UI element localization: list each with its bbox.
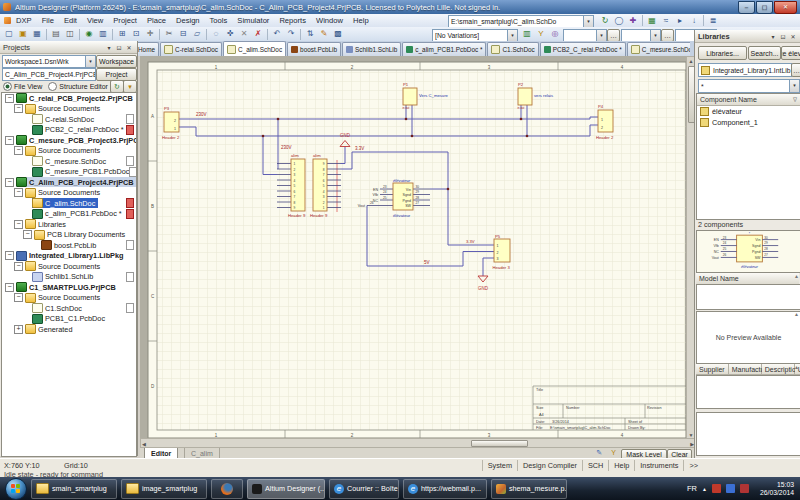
tab-pcb2-c-relai-pcbdoc[interactable]: PCB2_C_relai.PcbDoc * <box>540 42 626 56</box>
download-icon[interactable]: ↓ <box>687 15 701 27</box>
tab-c1-schdoc[interactable]: C1.SchDoc <box>487 42 538 56</box>
navigate-compare-icon[interactable]: ⇅ <box>303 28 317 40</box>
chevron-down-icon[interactable]: ▾ <box>85 56 95 67</box>
component-row-elevateur[interactable]: élévateur <box>697 106 800 117</box>
horizontal-scroll-thumb[interactable] <box>471 440 528 447</box>
browse-components-icon[interactable]: ▥ <box>96 28 110 40</box>
tree-label[interactable]: C1.SchDoc <box>45 304 82 313</box>
taskbar-paint[interactable]: shema_mesure.p... <box>491 479 567 499</box>
menu-tools[interactable]: Tools <box>205 16 233 25</box>
tree-label[interactable]: boost.PcbLib <box>54 241 96 250</box>
library-select-combo[interactable]: Integrated_Library1.IntLib [Co ▾ <box>698 63 792 77</box>
tree-label[interactable]: Source Documents <box>38 104 100 113</box>
minimize-button[interactable]: – <box>738 1 755 14</box>
tree-row[interactable]: C1.SchDoc <box>2 303 136 314</box>
panel-pin-icon[interactable]: ⊡ <box>778 33 788 40</box>
component-p2-vers-relais[interactable] <box>518 88 532 105</box>
workspace-button[interactable]: Workspace <box>96 55 137 68</box>
variations-combo[interactable]: [No Variations] ▾ <box>432 29 518 42</box>
tree-row[interactable]: PCB2_C_relai.PcbDoc * <box>2 125 136 136</box>
tree-label[interactable]: C_mesure_PCB_Project3.PrjPCB <box>29 136 137 145</box>
tree-row[interactable]: PCB1_C1.PcbDoc <box>2 314 136 325</box>
new-document-icon[interactable]: ▢ <box>2 28 16 40</box>
tree-label[interactable]: C_mesure.SchDoc <box>45 157 106 166</box>
tree-row[interactable]: −C1_SMARTPLUG.PrjPCB <box>2 282 136 293</box>
filter-combo-1[interactable]: ▾ <box>563 29 607 42</box>
annotate-icon[interactable]: ✎ <box>317 28 331 40</box>
libraries-panel-header[interactable]: Libraries ▾ ⊡ ✕ <box>695 30 800 43</box>
redo-icon[interactable]: ↷ <box>284 28 298 40</box>
maximize-button[interactable]: ▢ <box>756 1 773 14</box>
find-similar-icon[interactable]: ▩ <box>331 28 345 40</box>
collapse-icon[interactable]: − <box>5 251 14 260</box>
print-icon[interactable]: ▤ <box>49 28 63 40</box>
taskbar-clock[interactable]: 15:03 26/03/2014 <box>760 481 794 497</box>
menu-simulator[interactable]: Simulator <box>232 16 274 25</box>
instruments-panels-button[interactable]: Instruments <box>634 460 683 471</box>
panel-pin-icon[interactable]: ⊡ <box>114 44 124 51</box>
panel-close-icon[interactable]: ✕ <box>124 44 134 51</box>
tree-label[interactable]: C_Alim_PCB_Project4.PrjPCB <box>29 178 134 187</box>
place-component-button[interactable]: ce élevat <box>781 46 800 60</box>
tree-label[interactable]: C_alim.SchDoc <box>45 199 95 208</box>
component-p3-header2[interactable] <box>164 112 179 132</box>
structure-editor-radio[interactable] <box>48 82 57 91</box>
zoom-full-icon[interactable]: ◯ <box>612 15 626 27</box>
component-filter-combo[interactable]: * ▾ <box>698 79 800 93</box>
tab-c-mesure-schdoc[interactable]: C_mesure.SchDoc <box>627 42 690 56</box>
libraries-button[interactable]: Libraries... <box>698 46 747 60</box>
board-insight-icon[interactable]: ▦ <box>645 15 659 27</box>
add-part-icon[interactable]: ✚ <box>626 15 640 27</box>
chevron-down-icon[interactable]: ▾ <box>583 16 593 27</box>
cross-probe-icon[interactable]: ✗ <box>251 28 265 40</box>
tree-label[interactable]: PCB1_C1.PcbDoc <box>45 314 105 323</box>
search-button[interactable]: Search... <box>748 46 781 60</box>
variant-manager-icon[interactable]: ▥ <box>520 28 534 40</box>
menu-design[interactable]: Design <box>171 16 205 25</box>
tray-volume-icon[interactable] <box>740 484 749 493</box>
tree-label[interactable]: Integrated_Library1.LibPkg <box>29 251 123 260</box>
tray-expand-icon[interactable]: ▲ <box>702 486 707 492</box>
edit-pencil-icon[interactable]: ✎ <box>596 449 602 457</box>
tree-row[interactable]: −Libraries <box>2 219 136 230</box>
start-button[interactable] <box>5 478 27 500</box>
collapse-icon[interactable]: − <box>14 146 23 155</box>
supplier-column[interactable]: Supplier <box>696 364 729 375</box>
panel-menu-icon[interactable]: ▾ <box>104 44 114 51</box>
menu-window[interactable]: Window <box>311 16 348 25</box>
help-panels-button[interactable]: Help <box>608 460 634 471</box>
tree-row[interactable]: −Integrated_Library1.LibPkg <box>2 251 136 262</box>
tree-row[interactable]: −Source Documents <box>2 104 136 115</box>
print-preview-icon[interactable]: ◫ <box>63 28 77 40</box>
select-area-icon[interactable]: ◌ <box>209 28 223 40</box>
list-view-icon[interactable]: ≣ <box>706 15 720 27</box>
move-selection-icon[interactable]: ✜ <box>223 28 237 40</box>
tree-row-selected[interactable]: C_alim.SchDoc <box>2 198 136 209</box>
filter-funnel-icon[interactable]: ∇ <box>793 96 797 103</box>
tree-label[interactable]: Schlib1.SchLib <box>45 272 93 281</box>
language-indicator[interactable]: FR <box>687 484 697 493</box>
cursor-cross-icon[interactable]: ✛ <box>143 28 157 40</box>
tree-row[interactable]: C_mesure_PCB1.PcbDoc <box>2 167 136 178</box>
tree-label[interactable]: Source Documents <box>38 262 100 271</box>
tree-label[interactable]: PCB Library Documents <box>47 230 125 239</box>
panel-close-icon[interactable]: ✕ <box>788 33 798 40</box>
taskbar-altium[interactable]: Altium Designer (... <box>247 479 325 499</box>
manufacturer-column[interactable]: Manufactur <box>729 364 762 375</box>
taskbar-webmail[interactable]: ehttps://webmail.p... <box>403 479 487 499</box>
browse-button-1[interactable]: … <box>607 29 620 42</box>
tree-row[interactable]: −Source Documents <box>2 188 136 199</box>
save-icon[interactable]: ▦ <box>30 28 44 40</box>
design-compiler-button[interactable]: Design Compiler <box>517 460 582 471</box>
tree-label[interactable]: Source Documents <box>38 188 100 197</box>
cut-icon[interactable]: ✂ <box>162 28 176 40</box>
projects-panel-header[interactable]: Projects ▾ ⊡ ✕ <box>0 41 137 54</box>
tree-label[interactable]: Generated <box>38 325 72 334</box>
component-row-component1[interactable]: Component_1 <box>697 117 800 128</box>
menu-view[interactable]: View <box>82 16 108 25</box>
browse-button-2[interactable]: … <box>661 29 674 42</box>
filter-combo-2[interactable]: ▾ <box>621 29 661 42</box>
tree-row[interactable]: −C_mesure_PCB_Project3.PrjPCB <box>2 135 136 146</box>
collapse-icon[interactable]: − <box>14 293 23 302</box>
clear-selection-icon[interactable]: ✕ <box>237 28 251 40</box>
